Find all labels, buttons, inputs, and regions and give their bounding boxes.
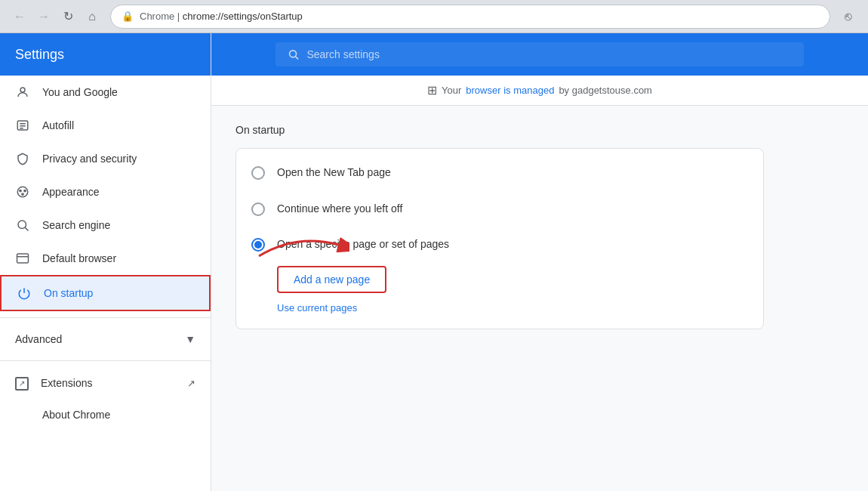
extensions-icon: ↗ bbox=[15, 376, 29, 391]
option-new-tab-label: Open the New Tab page bbox=[277, 165, 391, 181]
use-current-pages-link[interactable]: Use current pages bbox=[277, 302, 748, 313]
managed-link[interactable]: browser is managed bbox=[466, 85, 554, 96]
address-text: Chrome | chrome://settings/onStartup bbox=[140, 11, 303, 22]
chrome-label: Chrome | bbox=[140, 11, 183, 22]
radio-new-tab[interactable] bbox=[251, 166, 265, 180]
reload-button[interactable]: ↻ bbox=[57, 6, 78, 27]
sidebar-item-autofill[interactable]: Autofill bbox=[0, 109, 211, 142]
options-card: Open the New Tab page Continue where you… bbox=[235, 148, 764, 329]
sidebar-item-default-browser[interactable]: Default browser bbox=[0, 242, 211, 275]
sidebar-label-search-engine: Search engine bbox=[42, 219, 110, 231]
chevron-down-icon: ▼ bbox=[185, 333, 195, 345]
nav-buttons: ← → ↻ ⌂ bbox=[9, 6, 103, 27]
sidebar-item-on-startup[interactable]: On startup bbox=[0, 275, 211, 311]
sidebar-item-search-engine[interactable]: Search engine bbox=[0, 208, 211, 242]
main-content: ⊞ Your browser is managed by gadgetstous… bbox=[211, 33, 868, 491]
search-bar-container[interactable] bbox=[275, 42, 804, 66]
sidebar-item-privacy-security[interactable]: Privacy and security bbox=[0, 142, 211, 175]
palette-icon bbox=[15, 184, 30, 199]
svg-point-8 bbox=[22, 193, 23, 195]
option-specific-page-wrapper: Open a specific page or set of pages bbox=[236, 227, 763, 263]
option-specific-page-label: Open a specific page or set of pages bbox=[277, 237, 449, 252]
sidebar-item-about-chrome[interactable]: About Chrome bbox=[0, 400, 211, 430]
search-icon bbox=[288, 48, 299, 60]
add-new-page-button[interactable]: Add a new page bbox=[277, 266, 386, 293]
sidebar-item-extensions[interactable]: ↗ Extensions ↗ bbox=[0, 367, 211, 400]
app-body: Settings You and Google Autofill bbox=[0, 33, 868, 491]
list-icon bbox=[15, 118, 30, 133]
advanced-label: Advanced bbox=[15, 333, 62, 345]
sidebar-title: Settings bbox=[0, 33, 211, 76]
search-input[interactable] bbox=[306, 48, 792, 60]
extensions-label: Extensions bbox=[41, 377, 92, 389]
search-icon bbox=[15, 218, 30, 233]
content-area: On startup Open the New Tab page Continu… bbox=[211, 106, 868, 347]
sidebar-label-appearance: Appearance bbox=[42, 186, 100, 198]
sidebar-label-default-browser: Default browser bbox=[42, 252, 116, 264]
sidebar-item-you-and-google[interactable]: You and Google bbox=[0, 76, 211, 109]
back-button[interactable]: ← bbox=[9, 6, 30, 27]
svg-rect-11 bbox=[17, 254, 29, 263]
sidebar-divider bbox=[0, 317, 211, 318]
option-continue[interactable]: Continue where you left off bbox=[236, 191, 763, 227]
svg-line-10 bbox=[25, 227, 28, 230]
sub-options: Add a new page Use current pages bbox=[236, 263, 763, 323]
about-label: About Chrome bbox=[42, 409, 110, 421]
managed-grid-icon: ⊞ bbox=[427, 83, 437, 97]
section-title: On startup bbox=[235, 124, 844, 136]
browser-chrome: ← → ↻ ⌂ 🔒 Chrome | chrome://settings/onS… bbox=[0, 0, 868, 33]
search-bar-area bbox=[211, 33, 868, 76]
svg-point-13 bbox=[290, 51, 297, 57]
ext-icon-box: ↗ bbox=[15, 377, 29, 391]
managed-bar: ⊞ Your browser is managed by gadgetstous… bbox=[211, 76, 868, 106]
share-button[interactable]: ⎋ bbox=[838, 6, 859, 27]
home-button[interactable]: ⌂ bbox=[82, 6, 103, 27]
shield-icon bbox=[15, 151, 30, 166]
option-specific-page[interactable]: Open a specific page or set of pages bbox=[236, 227, 763, 263]
managed-text-before: Your bbox=[442, 85, 461, 96]
svg-point-0 bbox=[20, 88, 25, 92]
sidebar-label-you-and-google: You and Google bbox=[42, 86, 118, 98]
svg-point-6 bbox=[20, 190, 21, 191]
svg-point-9 bbox=[18, 221, 26, 229]
secure-icon: 🔒 bbox=[122, 11, 134, 22]
sidebar-label-autofill: Autofill bbox=[42, 119, 74, 131]
sidebar-item-appearance[interactable]: Appearance bbox=[0, 175, 211, 208]
radio-continue[interactable] bbox=[251, 202, 265, 216]
address-bar[interactable]: 🔒 Chrome | chrome://settings/onStartup bbox=[110, 5, 830, 29]
sidebar-label-privacy-security: Privacy and security bbox=[42, 153, 137, 165]
radio-specific-page[interactable] bbox=[251, 238, 265, 252]
sidebar-label-on-startup: On startup bbox=[44, 287, 93, 299]
sidebar-item-advanced[interactable]: Advanced ▼ bbox=[0, 324, 211, 354]
external-link-icon: ↗ bbox=[187, 378, 195, 389]
svg-line-14 bbox=[296, 57, 299, 60]
svg-point-7 bbox=[24, 190, 26, 191]
sidebar-divider-2 bbox=[0, 360, 211, 361]
url-path: chrome://settings/onStartup bbox=[183, 11, 303, 22]
managed-text-after: by gadgetstouse.com bbox=[559, 85, 652, 96]
forward-button[interactable]: → bbox=[33, 6, 54, 27]
browser-icon bbox=[15, 251, 30, 266]
power-icon bbox=[17, 286, 32, 301]
option-continue-label: Continue where you left off bbox=[277, 202, 402, 217]
person-icon bbox=[15, 85, 30, 100]
sidebar: Settings You and Google Autofill bbox=[0, 33, 211, 491]
option-new-tab[interactable]: Open the New Tab page bbox=[236, 155, 763, 191]
